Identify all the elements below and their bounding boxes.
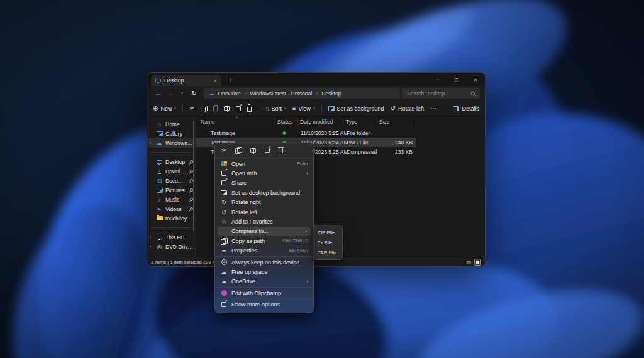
column-header-date-modified[interactable]: Date modified (300, 117, 333, 127)
menu-item-always-keep-on-this-device[interactable]: Always keep on this device (215, 258, 313, 267)
tab-desktop[interactable]: Desktop × (151, 75, 221, 86)
desktop-icon (156, 160, 163, 164)
column-header-status[interactable]: Status (277, 117, 292, 127)
view-label: View (299, 106, 311, 112)
sidebar-item-this-pc[interactable]: › This PC (147, 232, 195, 242)
maximize-button[interactable]: □ (447, 73, 466, 86)
cut-icon[interactable]: ✂ (221, 147, 226, 154)
rotate-left-button[interactable]: ↺ Rotate left (391, 105, 424, 112)
menu-item-rotate-left[interactable]: ↺ Rotate left (215, 207, 313, 217)
details-pane-button[interactable]: Details (453, 106, 479, 112)
copy-path-icon (220, 238, 228, 244)
up-button[interactable]: ↑ (176, 90, 188, 97)
details-pane-icon (453, 106, 459, 111)
cloud-check-icon (220, 259, 228, 265)
rotate-left-label: Rotate left (398, 106, 424, 112)
search-input[interactable]: Search Desktop (402, 88, 480, 99)
back-button[interactable]: ← (152, 90, 164, 97)
tab-close-icon[interactable]: × (214, 78, 217, 84)
sidebar-item-gallery[interactable]: Gallery (147, 129, 195, 138)
submenu-item-zip-file[interactable]: ZIP File (313, 227, 342, 237)
new-tab-button[interactable]: + (225, 73, 236, 86)
column-header-type[interactable]: Type (346, 117, 357, 127)
sidebar-item-pictures[interactable]: Pictures (147, 185, 195, 195)
sort-button[interactable]: ↑↓ Sort › (265, 105, 286, 112)
pictures-icon (156, 188, 163, 193)
delete-icon[interactable] (279, 148, 283, 153)
menu-item-add-to-favorites[interactable]: ☆ Add to Favorites (215, 217, 313, 226)
toolbar-divider (321, 104, 322, 113)
copy-button[interactable] (201, 106, 207, 112)
paste-button[interactable] (213, 106, 218, 111)
submenu-item-7z-file[interactable]: 7z File (313, 237, 342, 247)
column-header-name[interactable]: Name (201, 117, 215, 127)
expand-chevron-icon[interactable]: › (150, 244, 153, 249)
sort-icon: ↑↓ (265, 105, 269, 112)
view-button[interactable]: ≡ View › (292, 105, 315, 112)
file-row[interactable]: Testimage 11/10/2023 5:25 AM File folder (196, 128, 416, 138)
minimize-button[interactable]: – (428, 73, 447, 86)
menu-item-share[interactable]: Share (215, 178, 313, 188)
new-button[interactable]: ⊕ New › (153, 105, 176, 112)
sidebar-item-videos[interactable]: ▶ Videos (147, 204, 195, 214)
refresh-button[interactable]: ↻ (188, 90, 200, 97)
menu-item-free-up-space[interactable]: ☁ Free up space (215, 267, 313, 276)
sidebar-item-windowslatest[interactable]: › ☁ WindowsLatest (147, 138, 195, 148)
share-button[interactable] (236, 106, 241, 111)
expand-chevron-icon[interactable]: › (150, 235, 153, 239)
breadcrumb-item[interactable]: WindowsLatest - Personal (250, 90, 312, 97)
rename-button[interactable] (224, 106, 230, 111)
menu-item-compress-to[interactable]: Compress to... › (218, 227, 311, 236)
sidebar-item-documents[interactable]: ▤ Documents (147, 176, 195, 185)
sidebar-item-downloads[interactable]: ↓ Downloads (147, 166, 195, 176)
rotate-right-icon: ↻ (220, 199, 228, 205)
expand-chevron-icon[interactable]: › (150, 141, 153, 145)
compress-submenu: ZIP File 7z File TAR File (313, 225, 343, 260)
menu-item-properties[interactable]: ≣ Properties Alt+Enter (215, 246, 313, 256)
file-size: 240 KB (395, 139, 413, 146)
share-icon[interactable] (265, 148, 270, 153)
rotate-left-icon: ↺ (220, 209, 228, 215)
menu-item-open[interactable]: Open Enter (215, 159, 313, 168)
sidebar-item-desktop[interactable]: Desktop (147, 157, 195, 166)
more-options-button[interactable]: ⋯ (430, 105, 436, 112)
menu-item-open-with[interactable]: Open with › (215, 168, 313, 178)
menu-divider (216, 298, 313, 299)
breadcrumb[interactable]: ☁ OneDrive › WindowsLatest - Personal › … (204, 88, 400, 99)
set-as-background-button[interactable]: Set as background (328, 106, 384, 112)
breadcrumb-item[interactable]: Desktop (321, 90, 341, 97)
context-menu: ✂ Open Enter Open with › Share Set as de… (214, 143, 314, 313)
menu-item-onedrive[interactable]: ☁ OneDrive › (215, 277, 313, 286)
copy-icon[interactable] (235, 147, 242, 153)
file-size: 233 KB (395, 149, 413, 155)
menu-item-edit-with-clipchamp[interactable]: Edit with Clipchamp (215, 288, 313, 298)
large-icons-view-toggle[interactable] (474, 259, 481, 266)
breadcrumb-separator-icon: › (244, 90, 246, 97)
sidebar-item-home[interactable]: ⌂ Home (147, 119, 195, 129)
file-modified: 11/10/2023 5:25 AM (301, 130, 348, 136)
submenu-item-tar-file[interactable]: TAR File (313, 247, 342, 258)
open-with-icon (220, 171, 228, 176)
column-header-size[interactable]: Size (379, 117, 390, 127)
sidebar-item-music[interactable]: ♪ Music (147, 195, 195, 204)
details-view-toggle[interactable]: ▤ (465, 259, 472, 266)
close-button[interactable]: × (466, 73, 485, 86)
new-icon: ⊕ (153, 105, 158, 112)
delete-button[interactable] (247, 107, 252, 112)
quick-actions-bar: ✂ (215, 143, 313, 157)
sidebar-item-touchkeyboard[interactable]: touchkeyboard (147, 214, 195, 223)
cut-button[interactable]: ✂ (189, 105, 194, 112)
picture-icon (220, 190, 228, 195)
menu-item-set-as-desktop-background[interactable]: Set as desktop background (215, 188, 313, 197)
menu-item-copy-as-path[interactable]: Copy as path Ctrl+Shift+C (215, 236, 313, 246)
breadcrumb-item[interactable]: OneDrive (218, 90, 241, 97)
menu-item-rotate-right[interactable]: ↻ Rotate right (215, 198, 313, 207)
menu-item-show-more-options[interactable]: Show more options (215, 300, 313, 309)
sidebar-scrollbar[interactable] (193, 121, 194, 231)
sync-status-icon (282, 131, 286, 135)
forward-button[interactable]: → (164, 90, 176, 97)
clipchamp-icon (220, 290, 228, 296)
sidebar-item-dvd-drive[interactable]: › ◎ DVD Drive (D:) C (147, 242, 195, 251)
rename-icon[interactable] (250, 148, 256, 153)
dvd-icon: ◎ (156, 244, 163, 250)
